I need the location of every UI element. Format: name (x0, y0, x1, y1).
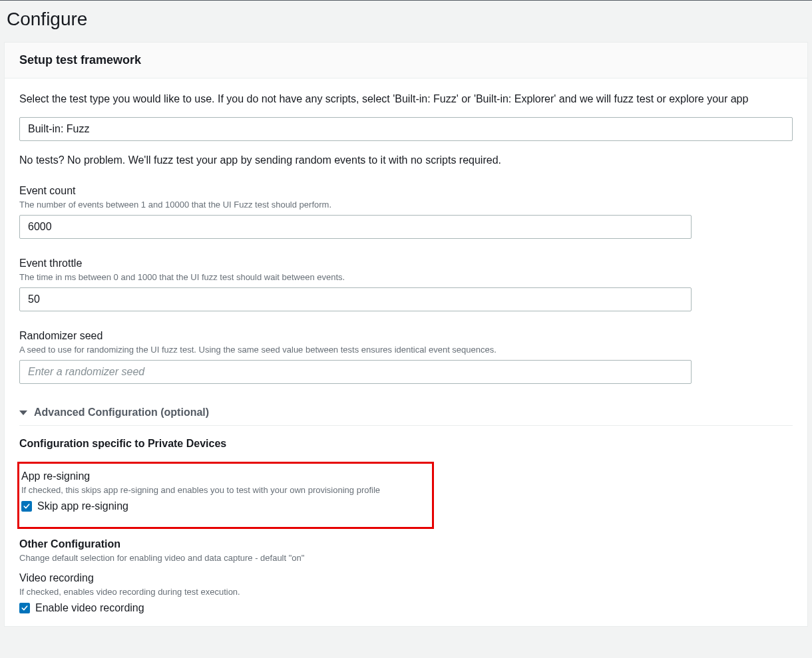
skip-resigning-label: Skip app re-signing (37, 500, 128, 512)
video-recording-checkbox[interactable] (19, 603, 30, 613)
skip-resigning-row: Skip app re-signing (21, 500, 432, 512)
checkmark-icon (21, 604, 29, 612)
page-header: Configure (0, 0, 812, 42)
test-type-select[interactable]: Built-in: Fuzz (19, 117, 793, 141)
panel-body: Select the test type you would like to u… (5, 79, 807, 614)
event-count-hint: The number of events between 1 and 10000… (19, 200, 692, 210)
test-type-selected-value: Built-in: Fuzz (28, 123, 89, 135)
intro-text: Select the test type you would like to u… (19, 93, 793, 105)
app-resigning-hint: If checked, this skips app re-signing an… (21, 485, 432, 495)
advanced-config-expander[interactable]: Advanced Configuration (optional) (19, 403, 793, 426)
skip-resigning-checkbox[interactable] (21, 501, 32, 512)
checkmark-icon (23, 502, 31, 510)
randomizer-seed-input[interactable] (19, 360, 692, 384)
randomizer-seed-group: Randomizer seed A seed to use for random… (19, 330, 692, 384)
caret-down-icon (19, 411, 27, 415)
event-count-input[interactable] (19, 215, 692, 239)
randomizer-seed-hint: A seed to use for randomizing the UI fuz… (19, 345, 692, 355)
test-type-select-wrapper: Built-in: Fuzz (19, 117, 793, 141)
video-recording-label: Video recording (19, 572, 793, 584)
event-throttle-label: Event throttle (19, 257, 692, 269)
other-config-title: Other Configuration (19, 538, 793, 550)
private-devices-title: Configuration specific to Private Device… (19, 438, 793, 450)
event-throttle-hint: The time in ms between 0 and 1000 that t… (19, 272, 692, 282)
video-recording-row: Enable video recording (19, 602, 793, 614)
video-recording-hint: If checked, enables video recording duri… (19, 587, 793, 597)
setup-panel: Setup test framework Select the test typ… (4, 42, 808, 627)
event-count-label: Event count (19, 185, 692, 197)
event-count-group: Event count The number of events between… (19, 185, 692, 239)
other-config-section: Other Configuration Change default selec… (19, 538, 793, 614)
other-config-hint: Change default selection for enabling vi… (19, 553, 793, 563)
randomizer-seed-label: Randomizer seed (19, 330, 692, 342)
test-type-help: No tests? No problem. We'll fuzz test yo… (19, 154, 793, 166)
app-resigning-label: App re-signing (21, 470, 432, 482)
event-throttle-group: Event throttle The time in ms between 0 … (19, 257, 692, 311)
app-resigning-highlight: App re-signing If checked, this skips ap… (17, 462, 434, 529)
video-recording-checkbox-label: Enable video recording (35, 602, 144, 614)
advanced-config-label: Advanced Configuration (optional) (34, 407, 209, 418)
panel-header: Setup test framework (5, 43, 807, 79)
page-title: Configure (7, 9, 805, 30)
panel-title: Setup test framework (19, 53, 793, 67)
event-throttle-input[interactable] (19, 287, 692, 311)
